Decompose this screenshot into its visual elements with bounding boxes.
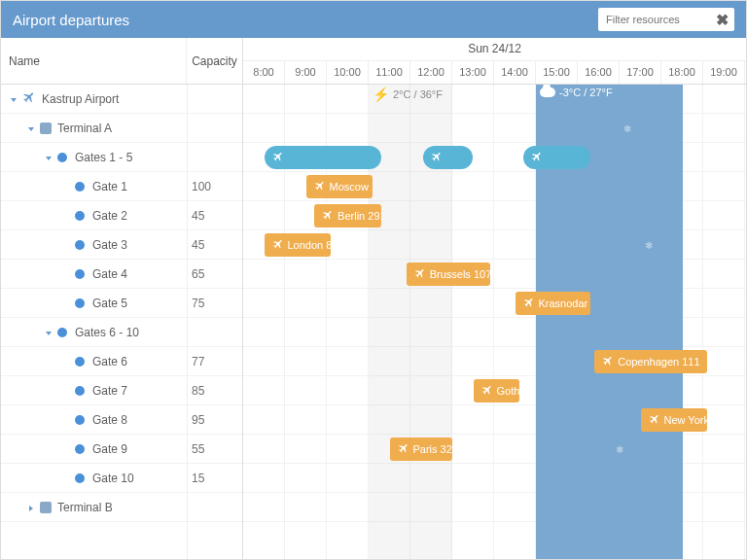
- caret-down-icon[interactable]: [9, 94, 18, 104]
- tree-row-label: Gate 7: [92, 384, 127, 398]
- flight-event[interactable]: Paris 321: [390, 438, 453, 461]
- dot-icon: [75, 269, 85, 279]
- tree-row[interactable]: Gate 677: [1, 347, 242, 376]
- tree-row-label: Gate 6: [92, 355, 127, 368]
- hour-header: 11:00: [369, 61, 410, 84]
- flight-event[interactable]: New York: [641, 408, 708, 432]
- tree-row[interactable]: Gate 785: [1, 376, 242, 405]
- svg-marker-3: [46, 332, 52, 335]
- hour-header: 15:00: [536, 61, 578, 84]
- flight-event[interactable]: Krasnodar 19: [516, 292, 590, 315]
- tree-row[interactable]: Gates 1 - 5: [1, 143, 242, 172]
- caret-down-icon[interactable]: [44, 153, 53, 162]
- flight-event[interactable]: London 89: [265, 233, 332, 257]
- flight-event[interactable]: [523, 146, 590, 169]
- flight-event[interactable]: Gothen: [474, 379, 519, 402]
- hour-header: 13:00: [452, 61, 494, 84]
- hour-header: 16:00: [578, 61, 620, 84]
- caret-down-icon[interactable]: [44, 328, 53, 337]
- dot-icon: [75, 386, 85, 396]
- dot-icon: [75, 211, 85, 221]
- dot-icon: [57, 153, 67, 162]
- schedule-date: Sun 24/12: [243, 38, 746, 61]
- dot-icon: [57, 328, 67, 337]
- filter-wrap: ✖: [598, 8, 734, 31]
- tree-row-capacity: 55: [186, 442, 242, 456]
- tree-row[interactable]: Gate 575: [1, 289, 242, 318]
- plane-icon: [481, 384, 493, 398]
- caret-right-icon[interactable]: [26, 503, 36, 512]
- tree-row-label: Gates 1 - 5: [75, 151, 132, 164]
- flight-label: Gothen: [497, 385, 519, 397]
- svg-marker-4: [29, 506, 33, 511]
- flight-event[interactable]: [265, 146, 381, 169]
- tree-row[interactable]: Terminal B: [1, 493, 242, 522]
- flight-label: Moscow 10: [330, 181, 374, 192]
- filter-clear-icon[interactable]: ✖: [716, 11, 729, 29]
- tree-row-label: Gate 3: [92, 238, 127, 252]
- tree-row[interactable]: Gate 955: [1, 435, 242, 464]
- tree-row-label: Gate 10: [92, 472, 134, 485]
- tree-row-capacity: 85: [186, 384, 242, 398]
- svg-marker-1: [28, 127, 34, 131]
- tree-row-capacity: 75: [186, 297, 242, 310]
- hour-header: 17:00: [620, 61, 661, 84]
- flight-event[interactable]: Copenhagen 111: [594, 350, 707, 373]
- terminal-icon: [40, 122, 52, 134]
- tree-row[interactable]: Kastrup Airport: [1, 85, 242, 114]
- col-header-capacity: Capacity: [186, 38, 242, 84]
- hour-header: 14:00: [494, 61, 536, 84]
- tree-row[interactable]: Terminal A: [1, 114, 242, 143]
- hour-header: 12:00: [410, 61, 452, 84]
- schedule: Sun 24/12 8:009:0010:0011:0012:0013:0014…: [243, 38, 746, 559]
- tree-row[interactable]: Gate 465: [1, 260, 242, 289]
- tree-row-capacity: 65: [186, 267, 242, 281]
- tree-row[interactable]: Gate 895: [1, 405, 242, 435]
- plane-icon: [322, 209, 334, 223]
- plane-icon: [523, 297, 535, 310]
- dot-icon: [75, 357, 85, 367]
- flight-event[interactable]: Berlin 291: [314, 204, 381, 228]
- filter-input[interactable]: [598, 8, 734, 31]
- tree-row-label: Terminal B: [57, 501, 113, 514]
- flight-label: Paris 321: [413, 443, 453, 455]
- dot-icon: [75, 240, 85, 250]
- dot-icon: [75, 298, 85, 308]
- plane-icon: [531, 151, 543, 164]
- tree-row[interactable]: Gate 1100: [1, 172, 242, 201]
- plane-icon: [272, 238, 284, 252]
- tree-row-capacity: 15: [186, 472, 242, 485]
- tree-row-label: Gate 5: [92, 297, 127, 310]
- plane-icon: [22, 90, 36, 107]
- dot-icon: [75, 415, 85, 425]
- tree-row[interactable]: Gate 345: [1, 230, 242, 260]
- flight-label: Krasnodar 19: [539, 298, 590, 309]
- tree-row[interactable]: Gates 6 - 10: [1, 318, 242, 347]
- flight-event[interactable]: Brussels 107: [407, 262, 490, 286]
- terminal-icon: [40, 502, 52, 513]
- tree-row[interactable]: Gate 245: [1, 201, 242, 230]
- schedule-hours: 8:009:0010:0011:0012:0013:0014:0015:0016…: [243, 61, 746, 84]
- plane-icon: [398, 442, 409, 456]
- schedule-body[interactable]: ⚡2°C / 36°F-3°C / 27°F ❄❄❄ Moscow 10Berl…: [243, 85, 746, 559]
- tree-row-label: Gate 4: [92, 267, 127, 281]
- tree-row-label: Gates 6 - 10: [75, 326, 139, 339]
- svg-marker-2: [46, 157, 52, 160]
- tree-row-capacity: 77: [186, 355, 242, 368]
- tree-row-capacity: 45: [186, 238, 242, 252]
- flight-label: Brussels 107: [430, 268, 490, 280]
- tree-row-capacity: 45: [186, 209, 242, 223]
- plane-icon: [431, 151, 443, 164]
- tree-row[interactable]: Gate 1015: [1, 464, 242, 493]
- flight-event[interactable]: Moscow 10: [306, 175, 374, 198]
- hour-header: 8:00: [243, 61, 285, 84]
- hour-header: 9:00: [285, 61, 327, 84]
- flight-event[interactable]: [423, 146, 474, 169]
- tree-header: Name Capacity: [1, 38, 242, 85]
- plane-icon: [414, 267, 426, 281]
- dot-icon: [75, 444, 85, 454]
- tree-row-label: Kastrup Airport: [42, 92, 119, 106]
- caret-down-icon[interactable]: [26, 123, 36, 133]
- dot-icon: [75, 473, 85, 483]
- resource-tree: Name Capacity Kastrup AirportTerminal AG…: [1, 38, 243, 559]
